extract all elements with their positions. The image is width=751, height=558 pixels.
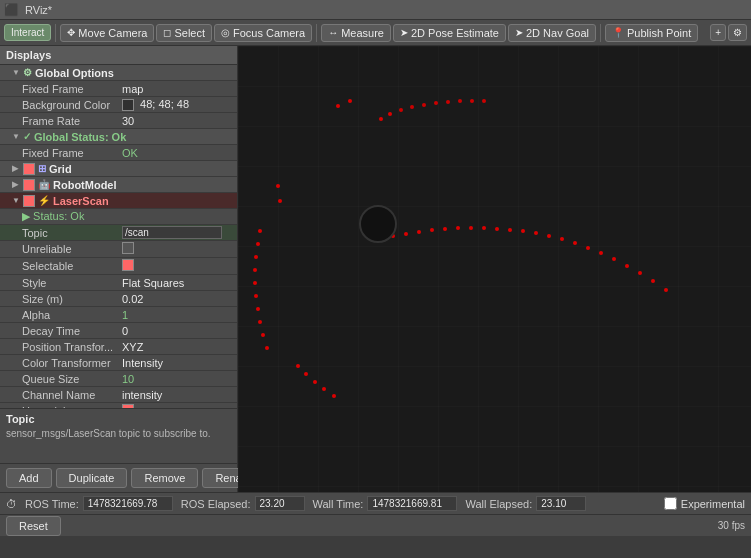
global-options-expand[interactable] — [12, 68, 20, 77]
svg-point-20 — [265, 346, 269, 350]
toolbar: Interact ✥ Move Camera ◻ Select ◎ Focus … — [0, 20, 751, 46]
robot-model-expand[interactable] — [12, 180, 20, 189]
experimental-checkbox[interactable] — [664, 497, 677, 510]
selectable-value[interactable] — [122, 259, 233, 273]
info-text: sensor_msgs/LaserScan topic to subscribe… — [6, 428, 231, 439]
svg-point-44 — [304, 372, 308, 376]
time-icon: ⏱ — [6, 498, 17, 510]
global-options-label: Global Options — [35, 67, 114, 79]
robot-body — [360, 206, 396, 242]
select-button[interactable]: ◻ Select — [156, 24, 212, 42]
interact-button[interactable]: Interact — [4, 24, 51, 41]
laser-status-row: ▶ Status: Ok — [0, 209, 237, 225]
ros-elapsed-input[interactable] — [255, 496, 305, 511]
wall-time-label: Wall Time: — [313, 498, 364, 510]
ros-elapsed-section: ROS Elapsed: — [181, 496, 305, 511]
grid-label: Grid — [49, 163, 72, 175]
reset-button[interactable]: Reset — [6, 516, 61, 536]
bg-color-swatch[interactable] — [122, 99, 134, 111]
svg-point-12 — [256, 242, 260, 246]
fixed-frame-label: Fixed Frame — [22, 83, 122, 95]
fps-label: 30 fps — [718, 520, 745, 531]
global-options-row[interactable]: ⚙ Global Options — [0, 65, 237, 81]
selectable-checkbox[interactable] — [122, 259, 134, 271]
robot-model-row[interactable]: 🤖 RobotModel — [0, 177, 237, 193]
global-status-expand[interactable] — [12, 132, 20, 141]
wall-time-input[interactable] — [367, 496, 457, 511]
laser-scan-label: LaserScan — [53, 195, 109, 207]
position-transf-row: Position Transfor... XYZ — [0, 339, 237, 355]
color-transf-row: Color Transformer Intensity — [0, 355, 237, 371]
selectable-label: Selectable — [22, 260, 122, 272]
global-status-row[interactable]: ✓ Global Status: Ok — [0, 129, 237, 145]
channel-name-row: Channel Name intensity — [0, 387, 237, 403]
queue-size-label: Queue Size — [22, 373, 122, 385]
topic-label: Topic — [22, 227, 122, 239]
grid-row[interactable]: ⊞ Grid — [0, 161, 237, 177]
viewport[interactable] — [238, 46, 751, 492]
wall-elapsed-input[interactable] — [536, 496, 586, 511]
wall-elapsed-label: Wall Elapsed: — [465, 498, 532, 510]
svg-point-15 — [253, 281, 257, 285]
extra-button-1[interactable]: + — [710, 24, 726, 41]
fixed-frame-status-row: Fixed Frame OK — [0, 145, 237, 161]
color-transf-value: Intensity — [122, 357, 233, 369]
position-transf-value: XYZ — [122, 341, 233, 353]
svg-point-47 — [332, 394, 336, 398]
selectable-row: Selectable — [0, 258, 237, 275]
unreliable-value[interactable] — [122, 242, 233, 256]
ros-time-input[interactable] — [83, 496, 173, 511]
laser-scan-checkbox[interactable] — [23, 195, 35, 207]
svg-point-28 — [482, 226, 486, 230]
topic-input[interactable] — [122, 226, 222, 239]
laser-scan-expand[interactable] — [12, 196, 20, 205]
svg-point-34 — [560, 237, 564, 241]
svg-point-32 — [534, 231, 538, 235]
svg-point-30 — [508, 228, 512, 232]
remove-button[interactable]: Remove — [131, 468, 198, 488]
unreliable-checkbox[interactable] — [122, 242, 134, 254]
displays-title: Displays — [6, 49, 51, 61]
grid-checkbox[interactable] — [23, 163, 35, 175]
svg-point-25 — [443, 227, 447, 231]
measure-button[interactable]: ↔ Measure — [321, 24, 391, 42]
grid-expand[interactable] — [12, 164, 20, 173]
fixed-frame-status-value: OK — [122, 147, 233, 159]
svg-point-24 — [430, 228, 434, 232]
move-camera-button[interactable]: ✥ Move Camera — [60, 24, 154, 42]
svg-point-35 — [573, 241, 577, 245]
publish-point-button[interactable]: 📍 Publish Point — [605, 24, 698, 42]
svg-point-23 — [417, 230, 421, 234]
laser-status-label: ▶ Status: Ok — [22, 210, 122, 223]
extra-button-2[interactable]: ⚙ — [728, 24, 747, 41]
ros-time-section: ROS Time: — [25, 496, 173, 511]
focus-camera-button[interactable]: ◎ Focus Camera — [214, 24, 312, 42]
experimental-checkbox-label[interactable]: Experimental — [664, 497, 745, 510]
robot-model-checkbox[interactable] — [23, 179, 35, 191]
channel-name-label: Channel Name — [22, 389, 122, 401]
style-value[interactable]: Flat Squares — [122, 277, 233, 289]
decay-time-label: Decay Time — [22, 325, 122, 337]
duplicate-button[interactable]: Duplicate — [56, 468, 128, 488]
svg-point-9 — [470, 99, 474, 103]
2d-nav-button[interactable]: ➤ 2D Nav Goal — [508, 24, 596, 42]
laser-scan-row[interactable]: ⚡ LaserScan — [0, 193, 237, 209]
size-label: Size (m) — [22, 293, 122, 305]
svg-point-7 — [446, 100, 450, 104]
topic-value[interactable] — [122, 226, 233, 239]
svg-point-14 — [253, 268, 257, 272]
2d-pose-button[interactable]: ➤ 2D Pose Estimate — [393, 24, 506, 42]
add-button[interactable]: Add — [6, 468, 52, 488]
frame-rate-value: 30 — [122, 115, 233, 127]
svg-point-49 — [348, 99, 352, 103]
bg-color-row[interactable]: Background Color 48; 48; 48 — [0, 97, 237, 113]
ros-elapsed-label: ROS Elapsed: — [181, 498, 251, 510]
info-title: Topic — [6, 413, 231, 425]
displays-scroll[interactable]: ⚙ Global Options Fixed Frame map Backgro… — [0, 65, 237, 408]
queue-size-value: 10 — [122, 373, 233, 385]
svg-point-13 — [254, 255, 258, 259]
left-panel: Displays ⚙ Global Options Fixed Frame ma… — [0, 46, 238, 492]
topic-row[interactable]: Topic — [0, 225, 237, 241]
bg-color-value[interactable]: 48; 48; 48 — [122, 98, 233, 111]
unreliable-label: Unreliable — [22, 243, 122, 255]
